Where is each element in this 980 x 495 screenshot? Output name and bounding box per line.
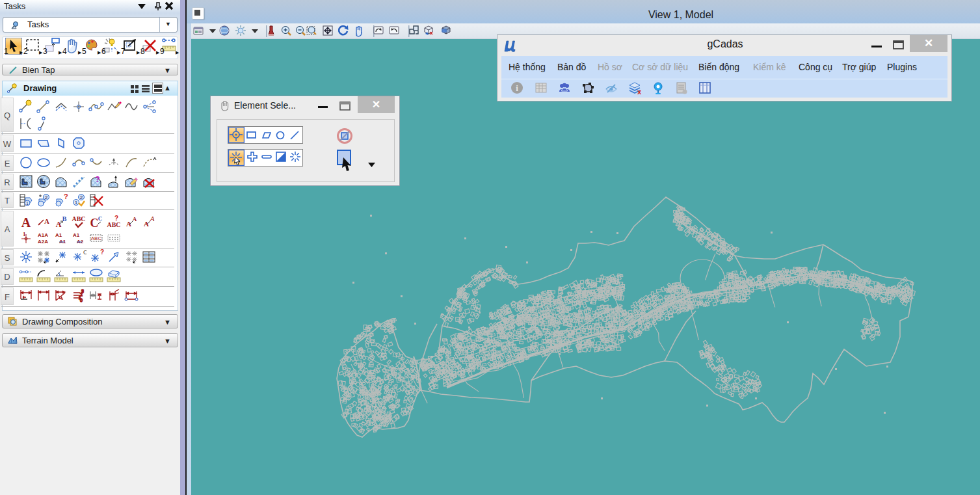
svg-text:A1A: A1A [38, 232, 48, 238]
svg-text:ABC: ABC [72, 215, 85, 222]
svg-text:2: 2 [45, 194, 48, 200]
svg-text:C: C [98, 215, 103, 222]
svg-text:0: 0 [80, 298, 83, 302]
svg-text:A: A [21, 215, 31, 230]
svg-text:O: O [83, 249, 86, 256]
svg-text:1: 1 [26, 201, 29, 206]
svg-text:1: 1 [75, 200, 78, 206]
svg-text:A1: A1 [73, 232, 80, 238]
svg-text:?: ? [95, 175, 99, 184]
svg-text:?: ? [64, 193, 68, 200]
svg-text:2: 2 [80, 194, 83, 200]
svg-text:A: A [133, 216, 137, 222]
svg-text:A1: A1 [55, 232, 62, 238]
svg-text:C: C [90, 217, 99, 230]
svg-text:B: B [62, 215, 67, 222]
svg-text:A2A: A2A [38, 239, 48, 245]
svg-text:?: ? [100, 249, 104, 256]
svg-text:A: A [126, 220, 131, 228]
svg-text:ABC: ABC [91, 235, 102, 241]
svg-text:A: A [144, 220, 149, 228]
svg-text:ABC: ABC [107, 221, 120, 228]
svg-text:A: A [44, 217, 49, 225]
svg-text:1: 1 [23, 231, 26, 237]
